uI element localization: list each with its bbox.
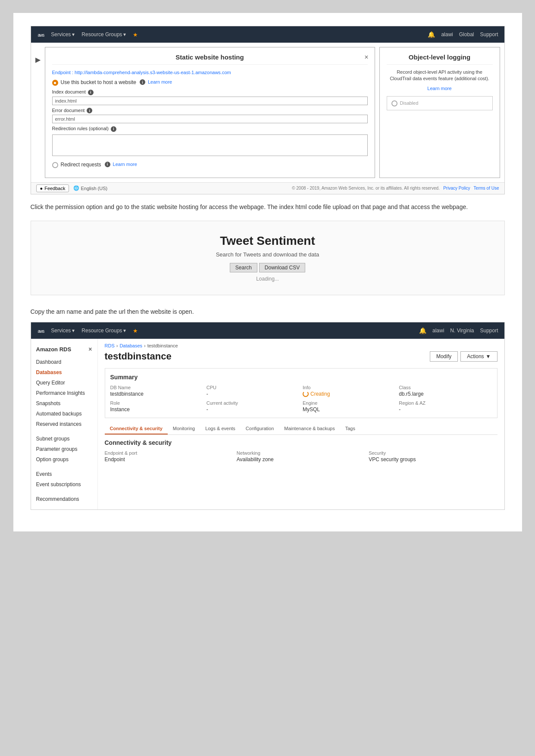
privacy-link[interactable]: Privacy Policy: [443, 186, 470, 191]
sidebar-close-icon[interactable]: ×: [88, 346, 92, 353]
services-nav-2[interactable]: Services ▾: [51, 328, 75, 334]
role-value: Instance: [110, 406, 203, 412]
tweet-title: Tweet Sentiment: [40, 234, 496, 248]
terms-link[interactable]: Terms of Use: [474, 186, 499, 191]
services-label-2: Services: [51, 328, 71, 334]
user-label-1[interactable]: alawi: [441, 31, 453, 37]
sidebar-item-snapshots[interactable]: Snapshots: [31, 398, 97, 409]
sidebar-item-reserved[interactable]: Reserved instances: [31, 419, 97, 429]
summary-region-az: Region & AZ -: [399, 400, 491, 412]
redirect-requests-radio[interactable]: Redirect requests i Learn more: [52, 162, 368, 168]
breadcrumb-rds[interactable]: RDS: [105, 343, 115, 348]
resource-groups-nav-1[interactable]: Resource Groups ▾: [81, 31, 126, 37]
networking-label: Networking: [237, 450, 365, 456]
sidebar-item-dashboard[interactable]: Dashboard: [31, 357, 97, 367]
learn-more-link-1[interactable]: Learn more: [148, 79, 172, 84]
summary-grid: DB Name testdbinstance CPU - Info Creati…: [110, 385, 492, 412]
tweet-sentiment-section: Tweet Sentiment Search for Tweets and do…: [31, 221, 505, 295]
sidebar-item-query-editor[interactable]: Query Editor: [31, 378, 97, 388]
language-btn[interactable]: 🌐 English (US): [73, 185, 107, 191]
sidebar-item-performance[interactable]: Performance Insights: [31, 388, 97, 398]
search-button[interactable]: Search: [230, 263, 257, 272]
support-label-2[interactable]: Support: [480, 328, 498, 334]
engine-label: Engine: [303, 400, 395, 406]
tab-monitoring[interactable]: Monitoring: [168, 423, 200, 434]
radio-selected-icon: [52, 80, 58, 86]
security-label: Security: [369, 450, 497, 456]
s3-content: ▶ Static website hosting × Endpoint : ht…: [31, 43, 504, 182]
redirect-rules-info-icon: i: [111, 126, 116, 132]
download-csv-button[interactable]: Download CSV: [259, 263, 305, 272]
bell-icon-1[interactable]: 🔔: [428, 31, 435, 38]
sidebar-gap-3: [31, 490, 97, 494]
body-text-1: Click the permission option and go to th…: [31, 202, 505, 212]
tab-configuration[interactable]: Configuration: [241, 423, 279, 434]
tab-maintenance-backups[interactable]: Maintenance & backups: [279, 423, 340, 434]
region-label-2[interactable]: N. Virginia: [450, 328, 474, 334]
region-label-1[interactable]: Global: [459, 31, 474, 37]
rds-layout: Amazon RDS × Dashboard Databases Query E…: [31, 339, 504, 509]
tweet-subtitle: Search for Tweets and download the data: [40, 251, 496, 258]
sidebar-item-event-subs[interactable]: Event subscriptions: [31, 479, 97, 490]
tab-logs-events[interactable]: Logs & events: [200, 423, 241, 434]
language-label: English (US): [81, 186, 107, 191]
radio-empty-icon: [52, 162, 58, 168]
index-doc-info-icon: i: [88, 90, 94, 95]
tab-tags[interactable]: Tags: [340, 423, 360, 434]
sidebar-item-recommendations[interactable]: Recommendations: [31, 494, 97, 504]
rds-main-content: RDS › Databases › testdbinstance testdbi…: [98, 339, 504, 509]
star-icon-2[interactable]: ★: [133, 328, 138, 334]
footer-copyright: © 2008 - 2019, Amazon Web Services, Inc.…: [292, 186, 499, 191]
class-value: db.r5.large: [399, 391, 491, 397]
engine-value: MySQL: [303, 406, 395, 412]
services-nav-1[interactable]: Services ▾: [51, 31, 75, 37]
object-logging-learn-more[interactable]: Learn more: [387, 86, 493, 91]
enable-hosting-radio[interactable]: Use this bucket to host a website i Lear…: [52, 79, 368, 86]
breadcrumb-instance: testdbinstance: [147, 343, 178, 348]
modify-button[interactable]: Modify: [430, 351, 458, 362]
endpoint-value: Endpoint: [105, 456, 233, 462]
object-logging-title: Object-level logging: [387, 53, 493, 65]
actions-chevron-icon: ▼: [486, 353, 491, 359]
breadcrumb: RDS › Databases › testdbinstance: [105, 343, 497, 348]
sidebar-item-databases[interactable]: Databases: [31, 367, 97, 378]
body-text-2: Copy the arn name and pate the url then …: [31, 308, 505, 315]
region-az-value: -: [399, 406, 491, 412]
resource-groups-label-2: Resource Groups: [81, 328, 122, 334]
sidebar-item-option-groups[interactable]: Option groups: [31, 454, 97, 465]
sidebar-toggle[interactable]: ▶: [35, 47, 41, 178]
bell-icon-2[interactable]: 🔔: [419, 327, 426, 334]
current-activity-value: -: [206, 406, 299, 412]
index-doc-input[interactable]: [52, 97, 368, 105]
redirect-requests-info-icon: i: [105, 162, 110, 167]
actions-button[interactable]: Actions ▼: [460, 351, 497, 362]
cpu-label: CPU: [206, 385, 299, 390]
connectivity-grid: Endpoint & port Endpoint Networking Avai…: [105, 450, 497, 462]
sidebar-item-events[interactable]: Events: [31, 469, 97, 479]
star-icon-1[interactable]: ★: [133, 31, 138, 38]
feedback-label: Feedback: [44, 186, 65, 191]
tab-connectivity-security[interactable]: Connectivity & security: [105, 423, 168, 434]
db-name-label: DB Name: [110, 385, 203, 390]
static-hosting-close[interactable]: ×: [364, 53, 368, 61]
learn-more-link-2[interactable]: Learn more: [113, 162, 137, 167]
sidebar-item-automated-backups[interactable]: Automated backups: [31, 409, 97, 419]
feedback-button[interactable]: ● Feedback: [36, 184, 69, 192]
user-label-2[interactable]: alawi: [432, 328, 444, 334]
screenshot-rds: aws Services ▾ Resource Groups ▾ ★ 🔔 ala…: [31, 322, 505, 510]
status-creating: Creating: [303, 391, 395, 397]
conn-endpoint-port: Endpoint & port Endpoint: [105, 450, 233, 462]
redirect-rules-textarea[interactable]: [52, 134, 368, 156]
error-doc-input[interactable]: [52, 115, 368, 123]
resource-groups-nav-2[interactable]: Resource Groups ▾: [81, 328, 126, 334]
aws-topbar-2: aws Services ▾ Resource Groups ▾ ★ 🔔 ala…: [31, 322, 504, 339]
summary-info: Info Creating: [303, 385, 395, 397]
support-label-1[interactable]: Support: [480, 31, 498, 37]
sidebar-item-subnet[interactable]: Subnet groups: [31, 434, 97, 444]
conn-security: Security VPC security groups: [369, 450, 497, 462]
sidebar-item-parameter-groups[interactable]: Parameter groups: [31, 444, 97, 454]
summary-role: Role Instance: [110, 400, 203, 412]
breadcrumb-databases[interactable]: Databases: [119, 343, 142, 348]
object-logging-panel: Object-level logging Record object-level…: [379, 47, 500, 178]
class-label: Class: [399, 385, 491, 390]
